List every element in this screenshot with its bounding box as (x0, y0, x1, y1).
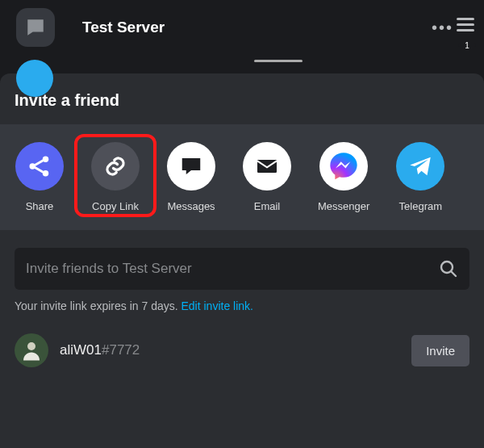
expire-text: Your invite link expires in 7 days. Edit… (0, 299, 484, 312)
share-label: Share (26, 200, 54, 212)
server-name[interactable]: Test Server (82, 19, 412, 36)
search-input[interactable]: Invite friends to Test Server (15, 248, 469, 290)
user-name: aliW01#7772 (60, 342, 400, 358)
sheet-title: Invite a friend (0, 91, 484, 124)
svg-line-3 (35, 161, 43, 165)
chat-bubble-icon (25, 17, 46, 38)
share-option-messenger[interactable]: Messenger (318, 142, 369, 212)
share-option-copy-link[interactable]: Copy Link (90, 142, 140, 212)
search-placeholder: Invite friends to Test Server (26, 261, 439, 277)
sheet-handle[interactable] (254, 60, 302, 62)
messages-label: Messages (167, 200, 215, 212)
share-option-messages[interactable]: Messages (166, 142, 216, 212)
svg-point-8 (27, 342, 35, 350)
telegram-icon (407, 153, 434, 180)
user-avatar[interactable] (15, 333, 48, 367)
copy-link-label: Copy Link (92, 200, 139, 212)
expire-message: Your invite link expires in 7 days. (15, 299, 181, 312)
share-option-telegram[interactable]: Telegram (395, 142, 445, 212)
user-row: aliW01#7772 Invite (0, 312, 484, 367)
svg-line-4 (35, 168, 43, 173)
invite-button[interactable]: Invite (411, 335, 469, 366)
notification-badge: 1 (458, 44, 476, 47)
telegram-label: Telegram (399, 200, 442, 212)
messenger-icon (328, 150, 360, 182)
messenger-label: Messenger (318, 200, 369, 212)
messages-icon (179, 154, 203, 178)
server-icon[interactable] (16, 8, 55, 47)
edit-invite-link[interactable]: Edit invite link. (181, 299, 252, 312)
server-list-item[interactable] (16, 60, 53, 97)
menu-icon[interactable]: 1 (457, 15, 476, 35)
share-icon (27, 154, 52, 178)
svg-line-7 (451, 271, 456, 276)
share-options-row: Share Copy Link Messages (0, 124, 484, 230)
invite-sheet: Invite a friend Share (0, 73, 484, 448)
email-icon (254, 153, 280, 179)
svg-rect-5 (257, 160, 277, 173)
share-option-share[interactable]: Share (15, 142, 65, 212)
link-icon (103, 154, 127, 178)
search-icon (439, 259, 458, 278)
share-option-email[interactable]: Email (242, 142, 292, 212)
email-label: Email (254, 200, 281, 212)
